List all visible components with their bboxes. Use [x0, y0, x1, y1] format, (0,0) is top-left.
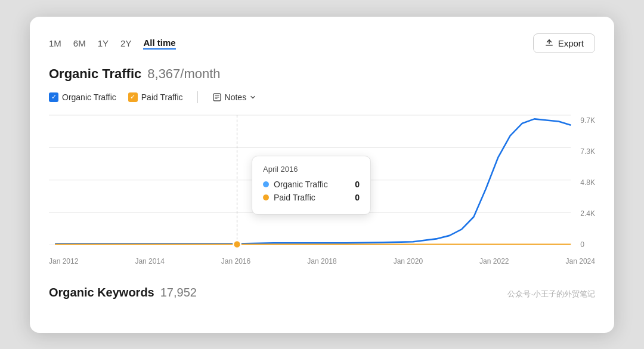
x-label-1: Jan 2014	[135, 257, 164, 265]
x-label-0: Jan 2012	[49, 257, 78, 265]
paid-traffic-checkbox[interactable]: ✓	[128, 92, 138, 102]
notes-icon	[212, 92, 222, 102]
time-btn-1m[interactable]: 1M	[49, 37, 61, 50]
x-label-6: Jan 2024	[566, 257, 595, 265]
main-card: 1M 6M 1Y 2Y All time Export Organic Traf…	[30, 17, 614, 333]
legend: ✓ Organic Traffic ✓ Paid Traffic Notes	[49, 91, 595, 103]
x-label-2: Jan 2016	[221, 257, 250, 265]
svg-point-13	[233, 240, 240, 248]
x-label-5: Jan 2022	[479, 257, 509, 265]
bottom-value: 17,952	[160, 286, 197, 299]
organic-traffic-checkbox[interactable]: ✓	[49, 92, 58, 102]
bottom-label: Organic Keywords	[49, 286, 154, 299]
chart-svg	[49, 114, 595, 251]
time-options: 1M 6M 1Y 2Y All time	[49, 36, 176, 50]
notes-button[interactable]: Notes	[212, 92, 257, 102]
export-icon	[544, 38, 554, 48]
watermark: 公众号·小王子的外贸笔记	[507, 289, 595, 299]
export-button[interactable]: Export	[533, 33, 595, 53]
x-label-3: Jan 2018	[307, 257, 336, 265]
chart-area: 0 2.4K 4.8K 7.3K 9.7K April 2016 Organic…	[49, 114, 595, 251]
metric-value: 8,367/month	[147, 66, 220, 82]
legend-organic-traffic[interactable]: ✓ Organic Traffic	[49, 92, 116, 102]
chevron-down-icon	[249, 94, 256, 101]
time-bar: 1M 6M 1Y 2Y All time Export	[49, 33, 595, 53]
metric-title: Organic Traffic 8,367/month	[49, 66, 595, 82]
time-btn-2y[interactable]: 2Y	[120, 37, 131, 50]
metric-name: Organic Traffic	[49, 66, 141, 82]
svg-rect-0	[546, 45, 553, 46]
x-axis-labels: Jan 2012 Jan 2014 Jan 2016 Jan 2018 Jan …	[49, 257, 595, 265]
legend-paid-traffic[interactable]: ✓ Paid Traffic	[128, 92, 183, 102]
legend-divider	[197, 91, 198, 103]
time-btn-6m[interactable]: 6M	[73, 37, 86, 50]
x-label-4: Jan 2020	[394, 257, 423, 265]
time-btn-alltime[interactable]: All time	[143, 36, 175, 50]
time-btn-1y[interactable]: 1Y	[98, 37, 109, 50]
